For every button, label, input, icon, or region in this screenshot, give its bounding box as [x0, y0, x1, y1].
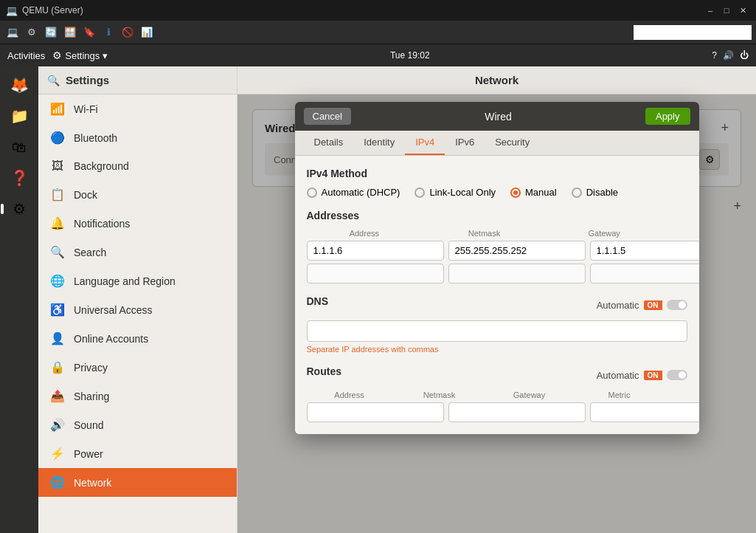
power-icon: ⚡ — [50, 447, 65, 461]
sidebar-item-universal-access[interactable]: ♿ Universal Access — [38, 295, 237, 324]
sidebar-item-background-label: Background — [74, 160, 129, 172]
tab-ipv6-label: IPv6 — [455, 137, 474, 148]
routes-toggle-on-label: ON — [644, 371, 662, 380]
system-tray: ? 🔊 ⏻ — [712, 50, 749, 61]
addr-row2-netmask[interactable] — [448, 264, 586, 283]
tray-power-icon[interactable]: ⏻ — [740, 50, 749, 61]
tab-security[interactable]: Security — [485, 131, 540, 155]
activities-button[interactable]: Activities — [7, 50, 45, 61]
radio-manual[interactable] — [510, 188, 521, 198]
clock: Tue 19:02 — [108, 50, 712, 61]
apply-button[interactable]: Apply — [645, 108, 690, 125]
routes-auto-toggle[interactable]: Automatic ON — [597, 370, 687, 381]
toolbar-icon-window[interactable]: 🪟 — [62, 24, 78, 41]
sidebar-item-sharing[interactable]: 📤 Sharing — [38, 382, 237, 410]
dns-auto-toggle[interactable]: Automatic ON — [597, 300, 687, 311]
addr-row-2: × — [307, 264, 687, 283]
dns-hint: Separate IP addresses with commas — [307, 345, 687, 354]
online-accounts-icon: 👤 — [50, 331, 65, 345]
toolbar-icon-stop[interactable]: 🚫 — [119, 24, 136, 41]
toolbar-icon-vm[interactable]: 💻 — [4, 24, 21, 41]
addr-row2-gateway[interactable] — [590, 264, 699, 283]
addr-row-1: × — [307, 241, 687, 261]
dns-input[interactable] — [307, 320, 687, 342]
main-header: Network — [237, 66, 756, 94]
routes-row1-gateway[interactable] — [590, 402, 699, 422]
sidebar-item-notifications[interactable]: 🔔 Notifications — [38, 209, 237, 238]
notifications-icon: 🔔 — [50, 216, 65, 230]
dns-toggle-slider[interactable] — [667, 300, 687, 310]
sidebar-item-power[interactable]: ⚡ Power — [38, 439, 237, 468]
cancel-button[interactable]: Cancel — [304, 108, 351, 125]
dock-item-software[interactable]: 🛍 — [5, 133, 33, 161]
tab-identity-label: Identity — [364, 137, 395, 148]
sidebar-item-online-accounts-label: Online Accounts — [74, 333, 148, 345]
sound-icon: 🔊 — [50, 418, 65, 432]
toolbar-icon-bookmark[interactable]: 🔖 — [81, 24, 97, 41]
sidebar-item-network[interactable]: 🌐 Network — [38, 468, 237, 497]
addr-row1-gateway[interactable] — [590, 241, 699, 261]
minimize-button[interactable]: – — [703, 3, 718, 18]
sidebar-item-language[interactable]: 🌐 Language and Region — [38, 266, 237, 295]
sidebar-item-sound-label: Sound — [74, 419, 103, 431]
sidebar-item-privacy-label: Privacy — [74, 362, 108, 374]
toolbar-icon-settings[interactable]: ⚙ — [24, 24, 40, 41]
close-button[interactable]: ✕ — [735, 3, 750, 18]
dock-item-files[interactable]: 📁 — [5, 102, 33, 130]
restore-button[interactable]: □ — [719, 3, 734, 18]
method-manual[interactable]: Manual — [510, 187, 557, 198]
sidebar-item-wifi[interactable]: 📶 Wi-Fi — [38, 94, 237, 123]
wifi-icon: 📶 — [50, 102, 65, 116]
radio-disable-label: Disable — [586, 187, 618, 198]
toolbar-icon-info[interactable]: ℹ — [100, 24, 117, 41]
main-body: Wired + Connected ON ⚙ — [237, 94, 756, 533]
tab-ipv6[interactable]: IPv6 — [445, 131, 485, 155]
toolbar-icon-refresh[interactable]: 🔄 — [43, 24, 59, 41]
sidebar-item-search[interactable]: 🔍 Search — [38, 238, 237, 266]
sidebar-search-icon[interactable]: 🔍 — [47, 75, 60, 86]
tab-identity[interactable]: Identity — [353, 131, 405, 155]
radio-disable[interactable] — [572, 188, 582, 198]
tab-ipv4[interactable]: IPv4 — [405, 131, 445, 155]
toolbar-icon-stats[interactable]: 📊 — [139, 24, 155, 41]
sidebar-item-bluetooth[interactable]: 🔵 Bluetooth — [38, 123, 237, 152]
tray-sound-icon[interactable]: 🔊 — [723, 50, 734, 61]
method-disable[interactable]: Disable — [572, 187, 618, 198]
sidebar-item-dock-label: Dock — [74, 189, 97, 201]
routes-toggle-slider[interactable] — [667, 370, 687, 380]
sidebar-item-bluetooth-label: Bluetooth — [74, 132, 117, 144]
sidebar-item-sharing-label: Sharing — [74, 391, 109, 402]
dns-auto-label: Automatic — [597, 300, 639, 311]
dock-item-firefox[interactable]: 🦊 — [5, 71, 33, 99]
addr-row2-address[interactable] — [307, 264, 444, 283]
routes-row1-address[interactable] — [307, 402, 444, 422]
routes-row1-netmask[interactable] — [448, 402, 586, 422]
window-icon: 💻 — [6, 5, 18, 16]
col-header-address: Address — [307, 229, 423, 238]
dock-item-settings[interactable]: ⚙ — [5, 195, 33, 223]
sidebar-item-online-accounts[interactable]: 👤 Online Accounts — [38, 324, 237, 353]
radio-dhcp[interactable] — [307, 188, 317, 198]
sidebar-item-background[interactable]: 🖼 Background — [38, 152, 237, 180]
addr-row1-address[interactable] — [307, 241, 444, 261]
addresses-section: Addresses Address Netmask Gateway — [307, 210, 687, 283]
dns-header: DNS Automatic ON — [307, 295, 687, 314]
routes-col-header-metric: Metric — [577, 391, 662, 399]
toolbar-search-input[interactable] — [634, 25, 752, 40]
sidebar-item-privacy[interactable]: 🔒 Privacy — [38, 353, 237, 382]
dock-item-help[interactable]: ❓ — [5, 164, 33, 192]
sidebar-item-sound[interactable]: 🔊 Sound — [38, 410, 237, 439]
routes-header: Routes Automatic ON — [307, 365, 687, 385]
method-link-local[interactable]: Link-Local Only — [415, 187, 496, 198]
sidebar-item-dock[interactable]: 📋 Dock — [38, 180, 237, 209]
addr-row1-netmask[interactable] — [448, 241, 586, 261]
universal-access-icon: ♿ — [50, 303, 65, 317]
tray-help-icon[interactable]: ? — [712, 50, 717, 61]
settings-menu-button[interactable]: ⚙ Settings ▾ — [52, 49, 108, 61]
method-dhcp[interactable]: Automatic (DHCP) — [307, 187, 400, 198]
tab-details[interactable]: Details — [304, 131, 354, 155]
radio-link-local[interactable] — [415, 188, 425, 198]
wired-dialog-overlay: Cancel Wired Apply Details Identity — [237, 94, 756, 533]
dns-section: DNS Automatic ON Separate IP addresses w… — [307, 295, 687, 354]
sidebar-item-power-label: Power — [74, 448, 103, 460]
